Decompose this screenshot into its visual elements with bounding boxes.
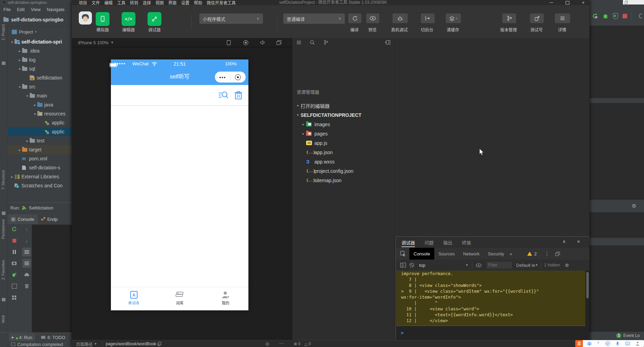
explorer-project-root[interactable]: ▾SELFDICTATIONPROJECT: [292, 110, 395, 120]
restart-debug-button[interactable]: [10, 270, 19, 279]
console-sidebar-icon[interactable]: [400, 263, 406, 268]
tab-output[interactable]: 输出: [443, 237, 452, 248]
close-icon[interactable]: ×: [577, 238, 580, 244]
real-device-debug-button[interactable]: [392, 13, 408, 23]
person-icon[interactable]: [636, 341, 640, 346]
wcdt-menu-item[interactable]: 工具: [117, 0, 125, 6]
multi-window-icon[interactable]: [276, 40, 282, 45]
tool-stripe-icon[interactable]: [2, 62, 6, 65]
project-tree-item[interactable]: mpom.xml: [8, 154, 72, 163]
rerun-icon[interactable]: [592, 13, 598, 19]
eye-icon[interactable]: [476, 263, 482, 267]
device-selector[interactable]: iPhone 5 100%: [78, 40, 108, 45]
scroll-to-end-button[interactable]: [22, 259, 31, 268]
add-panel-icon[interactable]: [385, 40, 390, 45]
project-tree-item[interactable]: ▸External Libraries: [8, 172, 72, 181]
project-tree-item[interactable]: ▾main: [8, 91, 72, 100]
console-prompt[interactable]: >: [401, 330, 404, 336]
exit-button[interactable]: [10, 282, 19, 291]
console-output[interactable]: improve performance. 7 | 8 | <view class…: [396, 271, 589, 340]
editor-button[interactable]: </>: [122, 12, 135, 26]
tab-debugger[interactable]: 调试器: [401, 237, 415, 248]
search-icon[interactable]: [218, 91, 228, 100]
stop-button[interactable]: [10, 236, 19, 245]
devtools-tab-console[interactable]: Console: [409, 248, 434, 260]
explorer-open-editors[interactable]: ▾打开的编辑器: [292, 101, 395, 110]
intellij-breadcrumb[interactable]: self-dictation-springbo: [0, 13, 72, 26]
explorer-file-item[interactable]: {..}sitemap.json: [292, 176, 395, 185]
chinese-mode-icon[interactable]: 中: [587, 341, 591, 347]
scrollbar[interactable]: [586, 272, 589, 327]
mute-icon[interactable]: [260, 40, 265, 45]
up-stack-button[interactable]: ↑: [22, 225, 31, 234]
tree-chevron-right-icon[interactable]: ▸: [17, 49, 22, 53]
wcdt-menu-item[interactable]: 编辑: [104, 0, 113, 6]
tree-chevron-right-icon[interactable]: ▸: [10, 175, 15, 179]
scrollbar-thumb[interactable]: [586, 272, 589, 298]
project-tree-item[interactable]: applic: [8, 127, 72, 136]
explorer-file-item[interactable]: JSapp.js: [292, 138, 395, 148]
explorer-file-item[interactable]: ▸images: [292, 120, 395, 129]
more-tabs-icon[interactable]: »: [510, 251, 512, 256]
run-console-output[interactable]: [32, 225, 72, 332]
tab-mine[interactable]: 我的: [202, 287, 248, 309]
preview-button[interactable]: [366, 13, 379, 23]
current-page-path[interactable]: pages/wordBook/wordBook: [106, 340, 161, 347]
error-counter[interactable]: ⊗0 △0: [294, 340, 311, 347]
page-path-selector[interactable]: 页面路径 ▼: [76, 340, 97, 347]
project-panel-header[interactable]: Project▾: [8, 27, 72, 37]
clear-cache-button[interactable]: ▼: [446, 13, 461, 23]
warning-icon[interactable]: [527, 252, 532, 256]
tab-wordbook[interactable]: A单词本: [111, 287, 157, 309]
tree-chevron-right-icon[interactable]: ▸: [32, 103, 37, 107]
project-tree-item[interactable]: ▾self-dictation-spri: [8, 37, 72, 46]
dock-icon[interactable]: [555, 252, 560, 256]
tree-chevron-down-icon[interactable]: ▾: [17, 85, 22, 89]
search-icon[interactable]: [310, 40, 315, 45]
background-button[interactable]: [421, 13, 435, 23]
compile-button[interactable]: [348, 13, 361, 23]
wcdt-menu-item[interactable]: 选择: [143, 0, 151, 6]
phone-screen[interactable]: ●●●●● WeChat 21:51 100% self听写 •••: [111, 59, 248, 310]
file-list-icon[interactable]: [296, 40, 301, 45]
wcdt-menu-item[interactable]: 转到: [130, 0, 138, 6]
tree-chevron-down-icon[interactable]: ▾: [17, 67, 22, 71]
more-button[interactable]: •••: [215, 75, 230, 80]
microphone-icon[interactable]: [616, 341, 619, 346]
intellij-menu-file[interactable]: File: [3, 7, 11, 12]
project-tree-item[interactable]: ▸java: [8, 100, 72, 109]
maximize-button[interactable]: [562, 0, 572, 5]
explorer-file-item[interactable]: ▸pages: [292, 129, 395, 138]
debug-icon[interactable]: [603, 13, 608, 19]
project-tree-item[interactable]: ▸.idea: [8, 46, 72, 55]
watch-icon[interactable]: ◎: [265, 341, 269, 346]
toolwindow-tab-run[interactable]: ▶4: Run: [9, 334, 35, 341]
intellij-menu-edit[interactable]: Edit: [17, 7, 25, 12]
explorer-file-item[interactable]: {..}app.json: [292, 148, 395, 157]
rerun-button[interactable]: [10, 225, 19, 234]
tool-stripe-label[interactable]: 7: Structure: [1, 170, 5, 190]
simulator-button[interactable]: [96, 12, 110, 26]
ellipsis-icon[interactable]: ⋯: [279, 341, 284, 346]
tab-console[interactable]: ▸Console: [8, 214, 38, 224]
close-minibar-button[interactable]: [230, 74, 245, 80]
tool-stripe-icon[interactable]: [2, 212, 6, 215]
kebab-menu-icon[interactable]: ⋮: [544, 251, 550, 257]
context-selector[interactable]: top: [419, 263, 425, 268]
down-stack-button[interactable]: ↓: [22, 236, 31, 245]
print-button[interactable]: [22, 270, 31, 279]
devtools-tab-security[interactable]: Security: [484, 248, 508, 260]
event-log[interactable]: 1 Event Lo: [616, 333, 640, 338]
project-tree-item[interactable]: ▸target: [8, 145, 72, 154]
wcdt-menu-item[interactable]: 界面: [168, 0, 177, 6]
tree-chevron-down-icon[interactable]: ▾: [10, 40, 15, 44]
compile-mode-dropdown[interactable]: 普通编译▼: [283, 13, 345, 24]
gear-icon[interactable]: ⚙: [565, 263, 569, 268]
wcdt-menu-item[interactable]: 微信开发者工具: [207, 0, 236, 6]
toolwindow-tab-todo[interactable]: 6: TODO: [38, 334, 68, 341]
devtools-tab-network[interactable]: Network: [459, 248, 484, 260]
debugger-button[interactable]: [148, 12, 161, 26]
explorer-file-item[interactable]: {..}project.config.json: [292, 166, 395, 176]
sogou-logo[interactable]: S: [575, 340, 583, 347]
project-tree-item[interactable]: ▾sql: [8, 64, 72, 73]
